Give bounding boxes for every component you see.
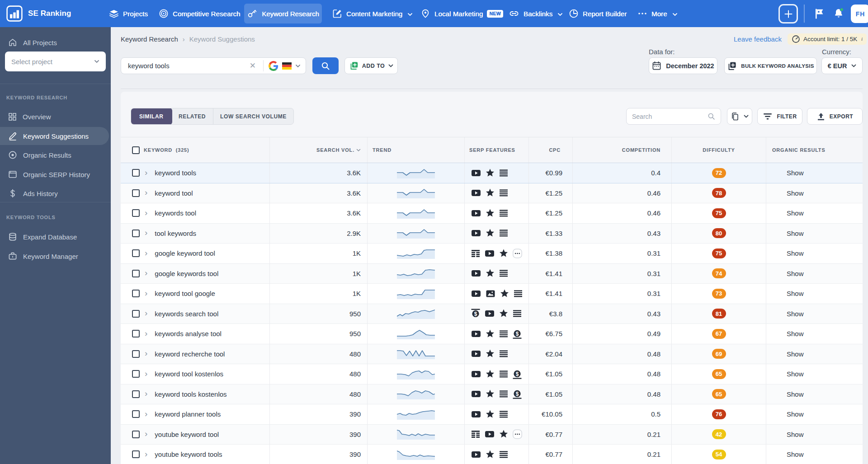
svg-text:$: $	[516, 330, 519, 337]
svg-text:$: $	[516, 391, 519, 397]
svg-text:$: $	[474, 311, 477, 317]
svg-text:$: $	[516, 370, 519, 377]
